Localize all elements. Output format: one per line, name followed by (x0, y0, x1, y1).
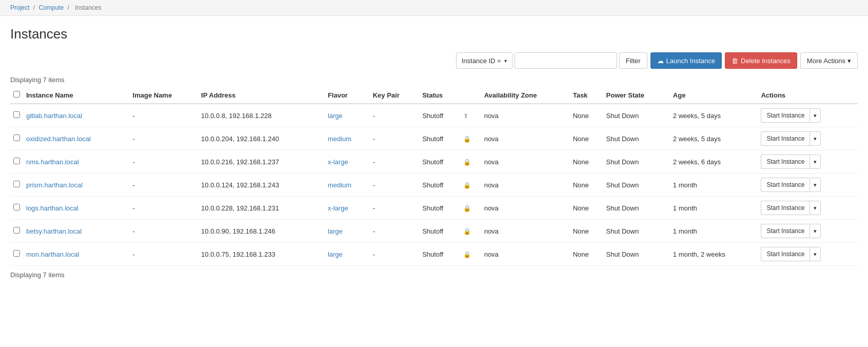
count-info-top: Displaying 7 items (0, 74, 868, 87)
action-dropdown-button[interactable]: ▾ (810, 131, 821, 146)
row-status-icon: 🔒 (460, 243, 481, 266)
filter-dropdown[interactable]: Instance ID = ▾ (456, 52, 512, 69)
row-az: nova (481, 243, 570, 266)
start-instance-button[interactable]: Start Instance (761, 224, 810, 238)
flavor-link[interactable]: large (328, 112, 343, 120)
start-instance-button[interactable]: Start Instance (761, 155, 810, 169)
filter-button[interactable]: Filter (619, 52, 647, 69)
col-ip-address: IP Address (198, 87, 325, 104)
row-checkbox[interactable] (13, 134, 20, 141)
instance-name-link[interactable]: gitlab.harthan.local (26, 112, 82, 120)
row-checkbox-cell (10, 104, 23, 127)
action-btn-group: Start Instance ▾ (761, 247, 855, 261)
instance-name-link[interactable]: mon.harthan.local (26, 250, 79, 258)
row-age: 2 weeks, 5 days (670, 104, 758, 127)
launch-instance-button[interactable]: ☁ Launch Instance (650, 52, 722, 69)
action-btn-group: Start Instance ▾ (761, 224, 855, 238)
col-availability-zone: Availability Zone (481, 87, 570, 104)
row-flavor: x-large (325, 197, 370, 220)
table-header-row: Instance Name Image Name IP Address Flav… (10, 87, 858, 104)
flavor-link[interactable]: x-large (328, 204, 348, 212)
row-checkbox-cell (10, 197, 23, 220)
chevron-down-icon: ▾ (814, 112, 817, 119)
row-az: nova (481, 220, 570, 243)
col-image-name: Image Name (130, 87, 199, 104)
row-actions: Start Instance ▾ (758, 150, 858, 174)
instance-name-link[interactable]: logs.harthan.local (26, 204, 78, 212)
row-power-state: Shut Down (603, 150, 670, 174)
instance-name-link[interactable]: betsy.harthan.local (26, 227, 82, 235)
delete-instances-button[interactable]: 🗑 Delete Instances (725, 52, 797, 69)
col-task: Task (570, 87, 603, 104)
flavor-link[interactable]: x-large (328, 158, 348, 166)
row-status: Shutoff (419, 197, 460, 220)
row-actions: Start Instance ▾ (758, 243, 858, 266)
table-row: logs.harthan.local - 10.0.0.228, 192.168… (10, 197, 858, 220)
row-ip-address: 10.0.0.8, 192.168.1.228 (198, 104, 325, 127)
flavor-link[interactable]: large (328, 250, 343, 258)
select-all-checkbox[interactable] (13, 91, 20, 98)
row-flavor: large (325, 220, 370, 243)
instance-name-link[interactable]: oxidized.harthan.local (26, 135, 91, 143)
row-image-name: - (130, 127, 199, 150)
action-btn-group: Start Instance ▾ (761, 108, 855, 123)
lock-icon: 🔒 (463, 182, 471, 189)
more-actions-button[interactable]: More Actions ▾ (800, 52, 858, 69)
action-dropdown-button[interactable]: ▾ (810, 224, 821, 238)
row-status-icon: ⬆ (460, 104, 481, 127)
flavor-link[interactable]: medium (328, 181, 351, 189)
flavor-link[interactable]: medium (328, 135, 351, 143)
action-dropdown-button[interactable]: ▾ (810, 201, 821, 215)
row-az: nova (481, 127, 570, 150)
action-dropdown-button[interactable]: ▾ (810, 247, 821, 261)
row-image-name: - (130, 197, 199, 220)
row-az: nova (481, 104, 570, 127)
row-keypair: - (370, 243, 420, 266)
row-actions: Start Instance ▾ (758, 174, 858, 197)
row-actions: Start Instance ▾ (758, 104, 858, 127)
row-checkbox-cell (10, 150, 23, 174)
start-instance-button[interactable]: Start Instance (761, 131, 810, 146)
row-keypair: - (370, 127, 420, 150)
start-instance-button[interactable]: Start Instance (761, 108, 810, 123)
action-btn-group: Start Instance ▾ (761, 201, 855, 215)
row-az: nova (481, 174, 570, 197)
row-status-icon: 🔒 (460, 197, 481, 220)
row-checkbox[interactable] (13, 227, 20, 234)
start-instance-button[interactable]: Start Instance (761, 201, 810, 215)
row-flavor: x-large (325, 150, 370, 174)
row-checkbox[interactable] (13, 111, 20, 118)
action-dropdown-button[interactable]: ▾ (810, 108, 821, 123)
breadcrumb-project[interactable]: Project (10, 4, 29, 11)
table-row: mon.harthan.local - 10.0.0.75, 192.168.1… (10, 243, 858, 266)
row-checkbox[interactable] (13, 250, 20, 257)
select-all-col (10, 87, 23, 104)
action-dropdown-button[interactable]: ▾ (810, 155, 821, 169)
row-status: Shutoff (419, 150, 460, 174)
start-instance-button[interactable]: Start Instance (761, 178, 810, 192)
row-checkbox[interactable] (13, 204, 20, 210)
flavor-link[interactable]: large (328, 227, 343, 235)
row-age: 1 month, 2 weeks (670, 243, 758, 266)
filter-input[interactable] (515, 52, 617, 69)
instance-name-link[interactable]: nms.harthan.local (26, 158, 79, 166)
row-status: Shutoff (419, 104, 460, 127)
row-checkbox[interactable] (13, 158, 20, 164)
row-keypair: - (370, 174, 420, 197)
row-flavor: medium (325, 174, 370, 197)
breadcrumb-compute[interactable]: Compute (38, 4, 64, 11)
row-age: 2 weeks, 6 days (670, 150, 758, 174)
row-ip-address: 10.0.0.204, 192.168.1.240 (198, 127, 325, 150)
action-dropdown-button[interactable]: ▾ (810, 178, 821, 192)
start-instance-button[interactable]: Start Instance (761, 247, 810, 261)
row-ip-address: 10.0.0.124, 192.168.1.243 (198, 174, 325, 197)
row-image-name: - (130, 243, 199, 266)
col-flavor: Flavor (325, 87, 370, 104)
chevron-down-icon: ▾ (847, 57, 851, 65)
row-power-state: Shut Down (603, 127, 670, 150)
row-ip-address: 10.0.0.75, 192.168.1.233 (198, 243, 325, 266)
instance-name-link[interactable]: prism.harthan.local (26, 181, 83, 189)
row-status: Shutoff (419, 127, 460, 150)
row-checkbox[interactable] (13, 181, 20, 187)
lock-icon: 🔒 (463, 136, 471, 143)
